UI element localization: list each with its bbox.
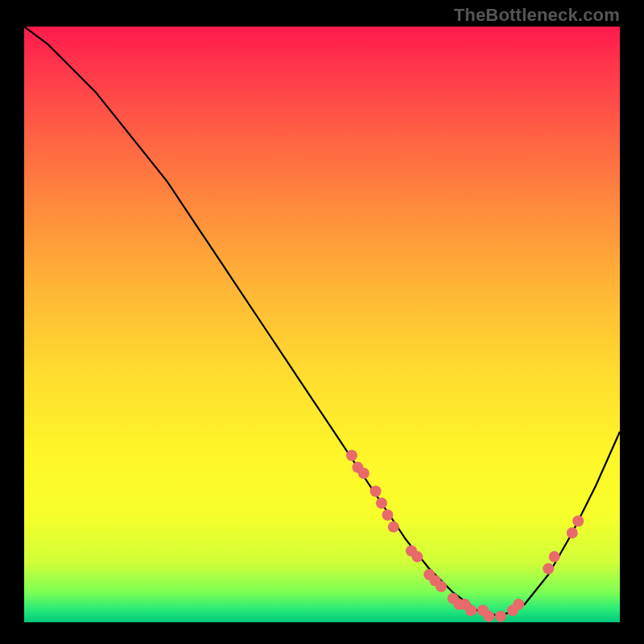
- data-marker: [572, 515, 584, 526]
- marker-group: [346, 450, 584, 622]
- data-marker: [436, 581, 447, 592]
- watermark-text: TheBottleneck.com: [454, 5, 620, 26]
- data-marker: [483, 611, 494, 622]
- data-marker: [388, 522, 399, 533]
- data-marker: [543, 563, 554, 574]
- chart-plot-area: [24, 27, 620, 622]
- data-marker: [513, 599, 524, 610]
- data-marker: [549, 551, 560, 563]
- data-marker: [465, 605, 477, 616]
- data-marker: [495, 611, 506, 622]
- bottleneck-curve-line: [24, 27, 620, 617]
- data-marker: [567, 527, 578, 539]
- data-marker: [358, 468, 369, 479]
- data-marker: [411, 551, 423, 563]
- data-marker: [346, 450, 357, 461]
- data-marker: [370, 485, 382, 497]
- data-marker: [376, 497, 387, 509]
- bottleneck-chart: [24, 27, 620, 622]
- data-marker: [382, 510, 393, 521]
